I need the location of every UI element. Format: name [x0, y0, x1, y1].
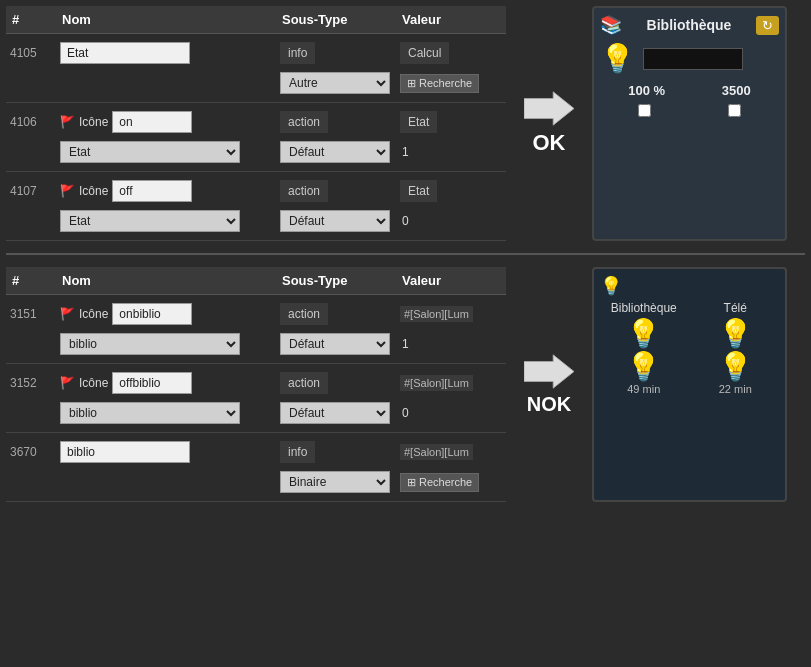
nok-bulb-col2-row2: 💡 [692, 350, 780, 383]
table-row-3152-r1: 3152 🚩 Icône action #[Salon][Lum [6, 368, 506, 398]
cell-valeur-4107: Etat [396, 178, 506, 204]
nom-label-4107: Icône [79, 184, 108, 198]
cell-sous-type-3670: info [276, 439, 396, 465]
col-nom-top: Nom [56, 10, 276, 29]
row-group-4107: 4107 🚩 Icône action Etat [6, 172, 506, 241]
cell-valeur-3151: #[Salon][Lum [396, 305, 506, 323]
sous-type-3151: action [280, 303, 328, 325]
nom-label-3151: Icône [79, 307, 108, 321]
valeur-3152: #[Salon][Lum [400, 375, 473, 391]
table-panel-top: # Nom Sous-Type Valeur 4105 info Calcul [6, 6, 506, 241]
arrow-ok-section: OK [514, 6, 584, 241]
cell-defaut-4107: Défaut [276, 208, 396, 234]
svg-marker-0 [524, 92, 574, 125]
select-defaut-3151[interactable]: Défaut [280, 333, 390, 355]
row-num-3152: 3152 [6, 374, 56, 392]
flag-icon-3151: 🚩 [60, 307, 75, 321]
nok-time-col1: 49 min [600, 383, 688, 395]
col-sous-type-bottom: Sous-Type [276, 271, 396, 290]
input-nom-3152[interactable] [112, 372, 192, 394]
select-biblio-3151[interactable]: biblio [60, 333, 240, 355]
divider [6, 253, 805, 255]
nok-label: NOK [527, 393, 571, 416]
lib-checkboxes [600, 104, 779, 117]
table-row-4107-r1: 4107 🚩 Icône action Etat [6, 176, 506, 206]
row-group-3151: 3151 🚩 Icône action #[Salon][Lum [6, 295, 506, 364]
arrow-nok-section: NOK [514, 267, 584, 502]
lib-refresh-btn[interactable]: ↻ [756, 16, 779, 35]
select-binaire-3670[interactable]: Binaire [280, 471, 390, 493]
arrow-nok-icon [524, 354, 574, 389]
checkbox-1[interactable] [638, 104, 651, 117]
select-nom-4107[interactable]: Etat [60, 210, 240, 232]
cell-defaut-4106: Défaut [276, 139, 396, 165]
cell-valeur2-4105: ⊞ Recherche [396, 72, 506, 95]
lib-body: 💡 [600, 42, 779, 75]
recherche-icon-3670: ⊞ [407, 476, 416, 489]
input-nom-3151[interactable] [112, 303, 192, 325]
select-defaut-4106[interactable]: Défaut [280, 141, 390, 163]
input-nom-3670[interactable] [60, 441, 190, 463]
input-nom-4106[interactable] [112, 111, 192, 133]
cell-nom-select-4106: Etat [56, 139, 276, 165]
table-row-4107-r2: Etat Défaut 0 [6, 206, 506, 236]
col-valeur-bottom: Valeur [396, 271, 506, 290]
nok-col2-header: Télé [692, 301, 780, 315]
flag-icon-4107: 🚩 [60, 184, 75, 198]
row-group-3670: 3670 info #[Salon][Lum [6, 433, 506, 502]
cell-sous-type2-4105: Autre [276, 70, 396, 96]
sous-type-4107: action [280, 180, 328, 202]
cell-nom-3152: 🚩 Icône [56, 370, 276, 396]
color-bar [643, 48, 743, 70]
cell-nom-3151: 🚩 Icône [56, 301, 276, 327]
sous-type-4105: info [280, 42, 315, 64]
lib-percent: 100 % [628, 83, 665, 98]
table-row-4105-r2: Autre ⊞ Recherche [6, 68, 506, 98]
recherche-btn-4105[interactable]: ⊞ Recherche [400, 74, 479, 93]
table-row-3152-r2: biblio Défaut 0 [6, 398, 506, 428]
select-defaut-4107[interactable]: Défaut [280, 210, 390, 232]
table-row-3151-r1: 3151 🚩 Icône action #[Salon][Lum [6, 299, 506, 329]
nok-bulb-col1-row1: 💡 [600, 317, 688, 350]
valeur-3670: #[Salon][Lum [400, 444, 473, 460]
section-bottom: # Nom Sous-Type Valeur 3151 🚩 Icône acti… [6, 267, 805, 502]
select-biblio-3152[interactable]: biblio [60, 402, 240, 424]
recherche-btn-3670[interactable]: ⊞ Recherche [400, 473, 479, 492]
row-num-4105: 4105 [6, 44, 56, 62]
sous-type-3152: action [280, 372, 328, 394]
valeur-3151: #[Salon][Lum [400, 306, 473, 322]
library-widget-top: 📚 Bibliothèque ↻ 💡 100 % 3500 [592, 6, 787, 241]
valeur-4107: Etat [400, 180, 437, 202]
input-nom-4107[interactable] [112, 180, 192, 202]
sous-type-4106: action [280, 111, 328, 133]
sous-type-3670: info [280, 441, 315, 463]
nom-label-3152: Icône [79, 376, 108, 390]
cell-sous-type-3152: action [276, 370, 396, 396]
ok-label: OK [533, 130, 566, 156]
cell-nom-3670 [56, 439, 276, 465]
flag-icon-4106: 🚩 [60, 115, 75, 129]
row-num-4106: 4106 [6, 113, 56, 131]
cell-nom-4106: 🚩 Icône [56, 109, 276, 135]
table-row-4106-r2: Etat Défaut 1 [6, 137, 506, 167]
bulb-main-icon: 💡 [600, 42, 635, 75]
valeur-4106: Etat [400, 111, 437, 133]
input-nom-4105[interactable] [60, 42, 190, 64]
books-icon: 📚 [600, 14, 622, 36]
table-panel-bottom: # Nom Sous-Type Valeur 3151 🚩 Icône acti… [6, 267, 506, 502]
select-defaut-3152[interactable]: Défaut [280, 402, 390, 424]
cell-valeur-3152: #[Salon][Lum [396, 374, 506, 392]
table-row-3670-r2: Binaire ⊞ Recherche [6, 467, 506, 497]
cell-valeur2-3152: 0 [396, 404, 506, 422]
col-valeur-top: Valeur [396, 10, 506, 29]
select-nom-4106[interactable]: Etat [60, 141, 240, 163]
lib-stats: 100 % 3500 [600, 83, 779, 98]
cell-nom-4107: 🚩 Icône [56, 178, 276, 204]
cell-recherche-3670: ⊞ Recherche [396, 471, 506, 494]
table-header-top: # Nom Sous-Type Valeur [6, 6, 506, 34]
col-num-top: # [6, 10, 56, 29]
checkbox-2[interactable] [728, 104, 741, 117]
cell-binaire-3670: Binaire [276, 469, 396, 495]
select-sous-type-4105[interactable]: Autre [280, 72, 390, 94]
section-top: # Nom Sous-Type Valeur 4105 info Calcul [6, 6, 805, 241]
